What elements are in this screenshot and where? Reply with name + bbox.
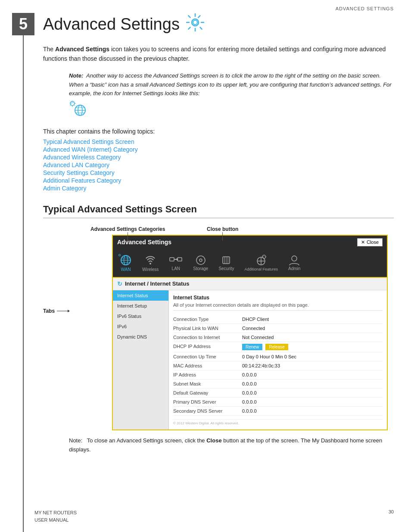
sidebar-item-dynamic-dns[interactable]: Dynamic DNS xyxy=(113,332,168,342)
svg-point-15 xyxy=(149,263,151,264)
row-primary-dns: Primary DNS Server 0.0.0.0 xyxy=(173,398,383,407)
toc-link-7[interactable]: Admin Category xyxy=(43,185,86,192)
adv-sidebar: Internet Status Internet Setup IPv6 Stat… xyxy=(113,290,169,429)
row-value-connection-internet: Not Connected xyxy=(242,335,274,340)
note-text: Note: Another way to access the Advanced… xyxy=(69,72,394,98)
close-label: Close xyxy=(367,240,379,245)
row-label-connection-uptime: Connection Up Time xyxy=(173,354,242,359)
toc-link-4[interactable]: Advanced LAN Category xyxy=(43,162,109,168)
section-heading: Typical Advanced Settings Screen xyxy=(43,204,394,218)
note-content: Another way to access the Advanced Setti… xyxy=(69,72,392,97)
chapter-number: 5 xyxy=(12,13,34,35)
screenshot-area: Tabs Advanced Settings ✕ xyxy=(43,226,394,430)
list-item[interactable]: Advanced LAN Category xyxy=(43,162,394,168)
intro-text: The Advanced Settings icon takes you to … xyxy=(43,44,394,64)
row-value-primary-dns: 0.0.0.0 xyxy=(242,399,257,404)
globe-icon xyxy=(69,100,86,117)
admin-icon xyxy=(289,254,300,266)
row-label-mac-address: MAC Address xyxy=(173,363,242,368)
toc-list: Typical Advanced Settings Screen Advance… xyxy=(43,138,394,192)
page-header-label: ADVANCED SETTINGS xyxy=(336,6,394,11)
adv-nav: ⚙ WAN xyxy=(113,249,387,278)
row-label-connection-type: Connection Type xyxy=(173,317,242,322)
nav-wan-label: WAN xyxy=(121,267,131,272)
bottom-note-before-bold xyxy=(84,437,86,444)
row-connection-uptime: Connection Up Time 0 Day 0 Hour 0 Min 0 … xyxy=(173,352,383,361)
gear-icon-large xyxy=(185,12,206,37)
list-item[interactable]: Advanced Wireless Category xyxy=(43,154,394,161)
nav-additional-label: Additional Features xyxy=(245,267,278,271)
nav-item-lan[interactable]: LAN xyxy=(165,252,187,274)
row-connection-type: Connection Type DHCP Client xyxy=(173,315,383,324)
note-label: Note: xyxy=(69,72,83,79)
close-btn-label: Close button xyxy=(207,226,238,232)
nav-wireless-label: Wireless xyxy=(142,267,159,272)
row-value-default-gateway: 0.0.0.0 xyxy=(242,390,257,395)
list-item[interactable]: Security Settings Category xyxy=(43,169,394,176)
nav-item-storage[interactable]: Storage xyxy=(189,252,212,274)
nav-item-wireless[interactable]: Wireless xyxy=(138,252,163,274)
sidebar-item-internet-setup[interactable]: Internet Setup xyxy=(113,301,168,311)
adv-settings-ui: Advanced Settings ✕ Close ⚙ xyxy=(112,235,388,430)
nav-item-additional[interactable]: Additional Features xyxy=(240,252,283,274)
row-label-dhcp-ip: DHCP IP Address xyxy=(173,344,242,350)
adv-body: Internet Status Internet Setup IPv6 Stat… xyxy=(113,290,387,429)
svg-marker-9 xyxy=(68,310,70,312)
bottom-note-text: Note: To close an Advanced Settings scre… xyxy=(69,436,394,454)
list-item[interactable]: Typical Advanced Settings Screen xyxy=(43,138,394,145)
adv-cat-connector xyxy=(128,232,128,241)
row-connection-internet: Connection to Internet Not Connected xyxy=(173,333,383,342)
chapter-title-area: Advanced Settings xyxy=(43,12,394,37)
adv-section-header: Internet Status xyxy=(173,295,383,301)
toc-link-6[interactable]: Additional Features Category xyxy=(43,177,121,184)
toc-intro: This chapter contains the following topi… xyxy=(43,128,394,135)
row-label-connection-internet: Connection to Internet xyxy=(173,335,242,340)
bottom-note-bold: Close xyxy=(206,437,221,444)
row-physical-link: Physical Link to WAN Connected xyxy=(173,324,383,333)
release-button[interactable]: Release xyxy=(265,344,288,350)
section-title-bar: ↻ Internet / Internet Status xyxy=(113,278,387,290)
tabs-label-area: Tabs xyxy=(43,226,78,314)
bottom-note-label: Note: xyxy=(69,437,82,444)
security-icon xyxy=(220,254,232,266)
nav-item-wan[interactable]: ⚙ WAN xyxy=(115,252,136,274)
row-ip-address: IP Address 0.0.0.0 xyxy=(173,370,383,380)
section-title-text: Internet / Internet Status xyxy=(125,280,190,287)
row-mac-address: MAC Address 00:14:22:4b:0c:33 xyxy=(173,361,383,370)
list-item[interactable]: Advanced WAN (Internet) Category xyxy=(43,146,394,153)
lan-icon xyxy=(169,254,183,266)
sidebar-item-ipv6-status[interactable]: IPv6 Status xyxy=(113,311,168,321)
intro-bold: Advanced Settings xyxy=(55,46,109,53)
chapter-title-text: Advanced Settings xyxy=(43,15,180,34)
close-button[interactable]: ✕ Close xyxy=(357,238,383,246)
row-value-ip-address: 0.0.0.0 xyxy=(242,372,257,377)
additional-icon xyxy=(255,254,268,266)
toc-link-2[interactable]: Advanced WAN (Internet) Category xyxy=(43,146,138,153)
tabs-arrow-icon xyxy=(57,309,70,313)
row-dhcp-ip: DHCP IP Address Renew Release xyxy=(173,342,383,352)
bottom-note-content-before: To close an Advanced Settings screen, cl… xyxy=(87,437,207,444)
tabs-arrow-group xyxy=(56,309,70,313)
svg-point-20 xyxy=(196,256,205,264)
nav-item-security[interactable]: Security xyxy=(214,252,238,274)
nav-item-admin[interactable]: Admin xyxy=(284,252,305,274)
sidebar-item-internet-status[interactable]: Internet Status xyxy=(113,290,168,301)
sync-icon: ↻ xyxy=(117,280,122,287)
nav-storage-label: Storage xyxy=(193,266,208,271)
row-label-physical-link: Physical Link to WAN xyxy=(173,326,242,331)
toc-link-3[interactable]: Advanced Wireless Category xyxy=(43,154,121,161)
row-subnet-mask: Subnet Mask 0.0.0.0 xyxy=(173,380,383,389)
toc-link-5[interactable]: Security Settings Category xyxy=(43,169,115,176)
toc-link-1[interactable]: Typical Advanced Settings Screen xyxy=(43,138,134,145)
list-item[interactable]: Additional Features Category xyxy=(43,177,394,184)
row-secondary-dns: Secondary DNS Server 0.0.0.0 xyxy=(173,407,383,416)
row-value-mac-address: 00:14:22:4b:0c:33 xyxy=(242,363,280,368)
list-item[interactable]: Admin Category xyxy=(43,185,394,192)
sidebar-item-ipv6[interactable]: IPv6 xyxy=(113,321,168,332)
wan-globe-icon xyxy=(120,254,132,266)
renew-button[interactable]: Renew xyxy=(242,344,262,350)
row-value-connection-uptime: 0 Day 0 Hour 0 Min 0 Sec xyxy=(242,354,296,359)
svg-rect-16 xyxy=(170,258,174,261)
row-value-physical-link: Connected xyxy=(242,326,265,331)
svg-point-1 xyxy=(193,20,197,25)
